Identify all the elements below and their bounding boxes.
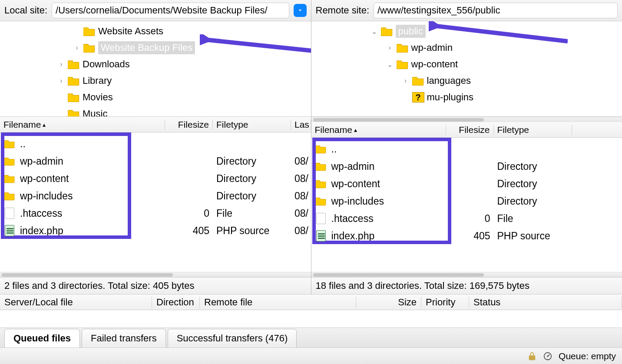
tree-item-label: Library xyxy=(83,75,112,86)
qcol-remotefile[interactable]: Remote file xyxy=(200,297,356,308)
tree-item[interactable]: ›Website Backup Files xyxy=(0,40,311,56)
tab-successful[interactable]: Successful transfers (476) xyxy=(168,329,297,347)
file-name: .. xyxy=(331,143,337,155)
tree-item[interactable]: ›Library xyxy=(0,73,311,89)
file-lastmod: 08/ xyxy=(291,173,311,185)
remote-path-input[interactable] xyxy=(374,3,618,18)
file-row[interactable]: wp-adminDirectory xyxy=(311,158,622,175)
file-row[interactable]: index.php405PHP source08/ xyxy=(0,222,311,239)
file-size: 0 xyxy=(446,213,494,225)
tab-queued[interactable]: Queued files xyxy=(4,329,80,347)
tree-item-label: Downloads xyxy=(83,59,130,70)
file-icon xyxy=(315,213,327,224)
col-filesize[interactable]: Filesize xyxy=(165,119,213,130)
file-row[interactable]: .. xyxy=(0,135,311,152)
local-path-row: Local site: xyxy=(0,0,311,21)
local-pane: Local site: Website Assets›Website Backu… xyxy=(0,0,311,295)
tree-item[interactable]: Website Assets xyxy=(0,23,311,40)
col-filename[interactable]: Filename▴ xyxy=(0,119,165,130)
qcol-size[interactable]: Size xyxy=(356,297,421,308)
tree-item-label: Music xyxy=(83,108,107,117)
folder-icon xyxy=(381,26,393,36)
local-scrollbar[interactable] xyxy=(0,272,311,277)
folder-icon xyxy=(397,59,409,69)
file-name: .htaccess xyxy=(331,213,374,225)
folder-icon xyxy=(83,26,96,36)
tree-item[interactable]: ›languages xyxy=(311,73,622,89)
col-filetype[interactable]: Filetype xyxy=(213,119,291,130)
sort-asc-icon: ▴ xyxy=(354,126,357,133)
file-name: wp-admin xyxy=(20,156,63,167)
file-row[interactable]: wp-adminDirectory08/ xyxy=(0,152,311,170)
local-columns[interactable]: Filename▴ Filesize Filetype Las xyxy=(0,117,311,132)
file-name: .htaccess xyxy=(20,208,62,219)
remote-file-list[interactable]: ..wp-adminDirectorywp-contentDirectorywp… xyxy=(311,138,622,272)
file-row[interactable]: .htaccess0File08/ xyxy=(0,205,311,222)
expand-chevron-icon[interactable]: › xyxy=(386,44,394,52)
local-site-label: Local site: xyxy=(4,5,47,16)
tree-item[interactable]: ›Downloads xyxy=(0,56,311,73)
expand-chevron-icon[interactable]: › xyxy=(402,77,410,85)
expand-chevron-icon[interactable]: › xyxy=(57,60,65,68)
tree-item-label: mu-plugins xyxy=(427,92,474,103)
tab-failed[interactable]: Failed transfers xyxy=(82,329,166,347)
expand-chevron-icon[interactable]: ⌄ xyxy=(386,60,394,69)
tree-item-label: Website Backup Files xyxy=(98,41,195,54)
folder-icon xyxy=(83,43,96,53)
file-type: File xyxy=(494,213,572,225)
local-path-input[interactable] xyxy=(52,3,289,18)
remote-tree[interactable]: ⌄public›wp-admin⌄wp-content›languages?mu… xyxy=(311,21,622,117)
file-row[interactable]: wp-includesDirectory08/ xyxy=(0,187,311,205)
queue-status: Queue: empty xyxy=(559,351,616,361)
queue-columns[interactable]: Server/Local file Direction Remote file … xyxy=(0,295,622,310)
file-name: wp-content xyxy=(331,178,380,190)
file-size: 405 xyxy=(446,230,494,242)
remote-pane: Remote site: ⌄public›wp-admin⌄wp-content… xyxy=(311,0,622,295)
file-type: Directory xyxy=(494,161,572,172)
gauge-icon[interactable] xyxy=(543,351,553,361)
tree-item[interactable]: ›wp-admin xyxy=(311,40,622,56)
remote-scrollbar[interactable] xyxy=(311,272,622,277)
php-file-icon xyxy=(3,225,16,236)
file-row[interactable]: .. xyxy=(311,140,622,158)
local-tree[interactable]: Website Assets›Website Backup Files›Down… xyxy=(0,21,311,117)
file-type: Directory xyxy=(213,156,291,167)
expand-chevron-icon[interactable]: › xyxy=(57,77,65,85)
col-lastmod[interactable]: Las xyxy=(291,119,311,130)
tree-item[interactable]: Music xyxy=(0,106,311,117)
file-row[interactable]: wp-contentDirectory08/ xyxy=(0,170,311,187)
col-filesize[interactable]: Filesize xyxy=(446,125,494,135)
file-size: 0 xyxy=(165,208,213,219)
file-row[interactable]: .htaccess0File xyxy=(311,210,622,227)
folder-icon xyxy=(68,109,80,117)
file-row[interactable]: wp-includesDirectory xyxy=(311,192,622,210)
tree-item[interactable]: ⌄public xyxy=(311,23,622,40)
qcol-priority[interactable]: Priority xyxy=(421,297,469,308)
file-row[interactable]: wp-contentDirectory xyxy=(311,175,622,192)
expand-chevron-icon[interactable]: › xyxy=(73,44,81,52)
local-file-list[interactable]: ..wp-adminDirectory08/wp-contentDirector… xyxy=(0,132,311,272)
qcol-status[interactable]: Status xyxy=(469,297,622,308)
file-lastmod: 08/ xyxy=(291,156,311,167)
expand-chevron-icon[interactable]: ⌄ xyxy=(371,27,378,36)
col-filename[interactable]: Filename▴ xyxy=(311,125,446,135)
file-row[interactable]: index.php405PHP source xyxy=(311,227,622,245)
qcol-direction[interactable]: Direction xyxy=(152,297,200,308)
col-filetype[interactable]: Filetype xyxy=(494,125,572,135)
remote-columns[interactable]: Filename▴ Filesize Filetype xyxy=(311,122,622,138)
folder-icon xyxy=(412,76,424,86)
tree-item[interactable]: ?mu-plugins xyxy=(311,89,622,106)
qcol-serverlocal[interactable]: Server/Local file xyxy=(0,297,152,308)
tree-item-label: wp-admin xyxy=(411,42,453,53)
remote-tree-scrollbar[interactable] xyxy=(311,117,622,122)
tree-item[interactable]: Movies xyxy=(0,89,311,106)
file-name: .. xyxy=(20,138,26,150)
tree-item[interactable]: ⌄wp-content xyxy=(311,56,622,73)
transfer-tabs: Queued files Failed transfers Successful… xyxy=(0,328,622,347)
tree-item-label: Website Assets xyxy=(98,26,163,37)
php-file-icon xyxy=(315,230,327,242)
folder-icon xyxy=(3,156,16,166)
remote-summary: 18 files and 3 directories. Total size: … xyxy=(311,277,622,295)
local-path-dropdown[interactable] xyxy=(294,4,307,17)
queue-body[interactable] xyxy=(0,310,622,328)
